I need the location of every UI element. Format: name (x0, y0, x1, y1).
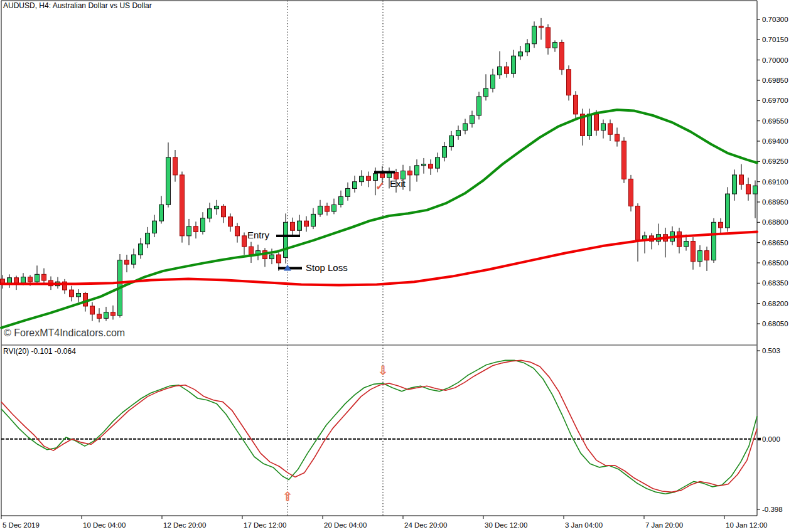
candle-bear (622, 141, 626, 179)
candle-bear (608, 124, 613, 134)
candle-bull (436, 157, 440, 168)
candle-bear (83, 293, 88, 306)
candle-bear (505, 66, 509, 73)
candle-bull (35, 274, 40, 282)
candle-bull (311, 214, 316, 226)
candle-bull (360, 176, 364, 182)
rvi-axis-label: -0.398 (762, 506, 783, 513)
candle-bear (28, 277, 33, 282)
price-axis-label: 0.70300 (762, 16, 788, 23)
price-axis-label: 0.69250 (762, 157, 788, 165)
time-axis-label: 24 Dec 20:00 (404, 521, 447, 529)
price-axis-label: 0.69850 (762, 77, 788, 84)
price-axis-label: 0.69100 (762, 178, 788, 186)
time-axis-label: 10 Dec 04:00 (83, 521, 126, 529)
candle-bear (125, 260, 129, 264)
candle-bear (691, 242, 696, 262)
rvi-signal-line (1, 360, 757, 492)
candle-bear (194, 226, 198, 232)
chart-title: AUDUSD, H4: Australian Dollar vs US Doll… (3, 2, 152, 10)
candle-bull (733, 175, 737, 194)
candle-bear (739, 175, 744, 184)
rvi-down-arrow-icon: ⇩ (378, 364, 388, 377)
candle-bull (712, 222, 716, 260)
candle-bull (463, 124, 468, 130)
ma-slow-line (1, 231, 757, 285)
candle-bull (201, 218, 205, 232)
candle-bear (325, 206, 330, 211)
price-axis-label: 0.68950 (762, 198, 788, 206)
candle-bull (153, 221, 157, 233)
candle-bull (215, 206, 219, 208)
candle-bull (422, 164, 426, 166)
candle-bear (594, 114, 599, 130)
price-axis-label: 0.70000 (762, 56, 788, 64)
candle-bear (90, 306, 95, 314)
watermark-text: © ForexMT4Indicators.com (4, 327, 125, 339)
mt4-chart-window: 0.703000.701500.700000.698500.697000.695… (0, 0, 801, 532)
candle-bull (332, 205, 336, 211)
candle-bear (539, 26, 544, 28)
candle-bear (380, 174, 385, 178)
candle-bull (270, 255, 274, 258)
candle-bull (491, 75, 495, 88)
candle-bull (449, 136, 454, 146)
candle-bull (339, 196, 343, 205)
price-axis-label: 0.69400 (762, 137, 788, 145)
price-axis-label: 0.68200 (762, 300, 788, 307)
candle-bull (318, 206, 323, 214)
entry-label[interactable]: Entry (247, 230, 269, 241)
candle-bear (277, 255, 281, 263)
candle-bear (705, 251, 709, 260)
candle-bull (187, 226, 191, 236)
price-axis-label: 0.70150 (762, 36, 788, 43)
candle-bull (553, 43, 557, 48)
rvi-axis-label: 0.000 (762, 435, 780, 443)
candle-bear (228, 217, 233, 226)
candle-bull (512, 56, 516, 73)
rvi-main-line (1, 360, 757, 494)
candle-bull (346, 188, 350, 196)
indicator-label: RVI(20) -0.101 -0.064 (3, 348, 76, 356)
candle-bear (304, 221, 309, 226)
candle-bear (14, 278, 19, 284)
price-axis-label: 0.69700 (762, 97, 788, 104)
chart-canvas[interactable]: 0.703000.701500.700000.698500.697000.695… (0, 0, 801, 532)
candle-bear (677, 231, 682, 247)
candle-bear (97, 314, 102, 318)
candle-bull (104, 312, 109, 319)
candle-bear (42, 274, 46, 280)
candle-bull (146, 233, 150, 244)
candle-bull (525, 44, 530, 52)
ma-fast-line (1, 110, 757, 328)
candle-bear (291, 222, 295, 230)
candle-bull (588, 114, 592, 136)
rvi-axis-label: 0.503 (762, 347, 780, 354)
candle-bull (77, 293, 81, 296)
time-axis-label: 12 Dec 20:00 (163, 521, 206, 529)
candle-bear (636, 206, 640, 240)
candle-bull (166, 157, 171, 205)
candle-bull (498, 66, 502, 75)
exit-label[interactable]: Exit (390, 179, 406, 189)
exit-check-icon: ✓ (375, 180, 385, 193)
candle-bull (21, 277, 26, 284)
candle-bear (746, 184, 751, 194)
time-axis-label: 5 Dec 2019 (3, 521, 40, 529)
candle-bull (484, 88, 488, 97)
time-axis-label: 30 Dec 12:00 (485, 521, 527, 529)
candle-bull (159, 205, 164, 221)
price-axis-label: 0.69550 (762, 117, 788, 125)
candle-bear (546, 28, 551, 48)
candle-bull (456, 130, 461, 136)
stop-loss-label[interactable]: Stop Loss (306, 263, 348, 274)
candle-bear (70, 290, 74, 297)
candle-bear (173, 157, 178, 175)
candle-bull (532, 26, 537, 44)
candle-bear (574, 95, 578, 114)
time-axis-label: 3 Jan 04:00 (565, 521, 603, 529)
candle-bear (408, 171, 412, 174)
candle-bull (443, 147, 447, 157)
candle-bear (567, 70, 571, 95)
candle-bear (235, 226, 240, 236)
